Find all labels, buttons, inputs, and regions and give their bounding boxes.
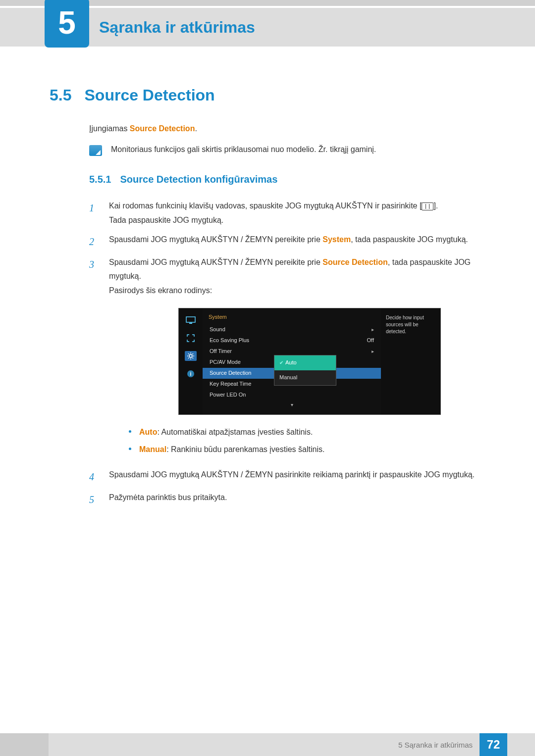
step-number: 2 — [89, 233, 98, 251]
step3-c: Pasirodys šis ekrano rodinys: — [109, 284, 485, 298]
svg-point-2 — [189, 354, 192, 357]
bullet-text: : Rankiniu būdu parenkamas įvesties šalt… — [166, 445, 324, 454]
osd-menu-title: System — [203, 308, 381, 324]
osd-main: System Sound ▸ Eco Saving Plus Off Off T… — [203, 308, 381, 414]
chevron-down-icon: ▾ — [203, 401, 381, 409]
osd-item-powerled: Power LED On — [203, 390, 381, 401]
osd-option-label: Auto — [285, 359, 297, 365]
chapter-title: Sąranka ir atkūrimas — [99, 18, 255, 37]
osd-option-auto: ✔Auto — [274, 355, 336, 370]
step-2: 2 Spausdami JOG mygtuką AUKŠTYN / ŽEMYN … — [89, 233, 485, 251]
step-body: Kai rodomas funkcinių klavišų vadovas, s… — [109, 199, 485, 228]
section-number: 5.5 — [50, 86, 71, 104]
step-5: 5 Pažymėta parinktis bus pritaikyta. — [89, 491, 485, 508]
monitor-icon — [185, 315, 197, 325]
gear-icon — [185, 351, 197, 361]
bullet-highlight: Auto — [139, 428, 157, 436]
chevron-right-icon: ▸ — [372, 325, 374, 334]
step1-line2: Tada paspauskite JOG mygtuką. — [109, 213, 485, 228]
chevron-right-icon: ▸ — [372, 347, 374, 356]
steps-list: 1 Kai rodomas funkcinių klavišų vadovas,… — [89, 199, 485, 508]
subsection-title: Source Detection konfigūravimas — [120, 174, 277, 185]
page-footer: 5 Sąranka ir atkūrimas 72 — [0, 733, 535, 756]
svg-rect-0 — [186, 317, 195, 322]
osd-value: Off — [367, 336, 374, 346]
chapter-header: 5 Sąranka ir atkūrimas — [0, 8, 535, 47]
osd-label: PC/AV Mode — [210, 357, 241, 367]
osd-item-sound: Sound ▸ — [203, 324, 381, 335]
step-body: Spausdami JOG mygtuką AUKŠTYN / ŽEMYN pe… — [109, 233, 485, 251]
osd-label: Power LED On — [210, 390, 246, 400]
footer-accent — [0, 733, 49, 756]
chapter-number-badge: 5 — [45, 0, 89, 48]
osd-label: Off Timer — [210, 347, 232, 356]
svg-text:i: i — [190, 371, 192, 377]
step3-highlight: Source Detection — [322, 258, 388, 266]
osd-option-manual: Manual — [274, 370, 336, 385]
step-body: Pažymėta parinktis bus pritaikyta. — [109, 491, 485, 508]
osd-item-eco: Eco Saving Plus Off — [203, 335, 381, 346]
note-icon — [89, 145, 102, 156]
step2-b: , tada paspauskite JOG mygtuką. — [351, 235, 468, 244]
intro-suffix: . — [195, 124, 197, 133]
bullet-manual: Manual: Rankiniu būdu parenkamas įvestie… — [129, 443, 485, 456]
osd-label: Source Detection — [210, 368, 251, 378]
step2-a: Spausdami JOG mygtuką AUKŠTYN / ŽEMYN pe… — [109, 235, 322, 244]
osd-option-label: Manual — [279, 374, 297, 380]
osd-panel: i System Sound ▸ Eco Saving Plus Off — [178, 308, 441, 415]
step-number: 4 — [89, 468, 98, 486]
step1-text-a: Kai rodomas funkcinių klavišų vadovas, s… — [109, 202, 422, 210]
step-number: 5 — [89, 491, 98, 508]
step2-highlight: System — [322, 235, 351, 244]
step-1: 1 Kai rodomas funkcinių klavišų vadovas,… — [89, 199, 485, 228]
bullet-dot-icon — [129, 448, 131, 450]
page-content: 5.5 Source Detection Įjungiamas Source D… — [0, 47, 535, 508]
note-row: Monitoriaus funkcijos gali skirtis prikl… — [89, 145, 485, 156]
bullet-text: : Automatiškai atpažįstamas įvesties šal… — [157, 428, 313, 436]
footer-edge — [507, 733, 535, 756]
page-number: 72 — [480, 733, 507, 756]
osd-label: Key Repeat Time — [210, 379, 251, 389]
section-heading: 5.5 Source Detection — [50, 86, 485, 104]
step-number: 1 — [89, 199, 98, 228]
intro-line: Įjungiamas Source Detection. — [89, 124, 485, 133]
osd-dropdown: ✔Auto Manual — [274, 355, 336, 386]
note-text: Monitoriaus funkcijos gali skirtis prikl… — [111, 145, 376, 154]
step-3: 3 Spausdami JOG mygtuką AUKŠTYN / ŽEMYN … — [89, 255, 485, 463]
footer-text: 5 Sąranka ir atkūrimas — [49, 733, 480, 756]
bullet-auto: Auto: Automatiškai atpažįstamas įvesties… — [129, 426, 485, 439]
subsection-heading: 5.5.1 Source Detection konfigūravimas — [89, 174, 485, 185]
svg-rect-1 — [189, 323, 192, 324]
osd-label: Eco Saving Plus — [210, 336, 249, 346]
info-icon: i — [185, 369, 197, 379]
menu-icon — [422, 202, 433, 210]
osd-label: Sound — [210, 325, 225, 335]
step-4: 4 Spausdami JOG mygtuką AUKŠTYN / ŽEMYN … — [89, 468, 485, 486]
step-number: 3 — [89, 255, 98, 463]
bullet-highlight: Manual — [139, 445, 166, 454]
step1-text-b: ]. — [433, 202, 438, 210]
option-bullets: Auto: Automatiškai atpažįstamas įvesties… — [129, 426, 485, 456]
osd-screenshot: i System Sound ▸ Eco Saving Plus Off — [178, 308, 485, 415]
step-body: Spausdami JOG mygtuką AUKŠTYN / ŽEMYN pe… — [109, 255, 485, 463]
step3-a: Spausdami JOG mygtuką AUKŠTYN / ŽEMYN pe… — [109, 258, 322, 266]
section-title: Source Detection — [84, 86, 214, 104]
step-body: Spausdami JOG mygtuką AUKŠTYN / ŽEMYN pa… — [109, 468, 485, 486]
bullet-dot-icon — [129, 430, 131, 433]
osd-sidebar: i — [179, 308, 203, 414]
subsection-number: 5.5.1 — [89, 174, 111, 185]
osd-description: Decide how input sources will be detecte… — [381, 308, 440, 414]
check-icon: ✔ — [279, 360, 283, 365]
intro-highlight: Source Detection — [130, 124, 195, 133]
resize-icon — [185, 333, 197, 343]
intro-prefix: Įjungiamas — [89, 124, 130, 133]
